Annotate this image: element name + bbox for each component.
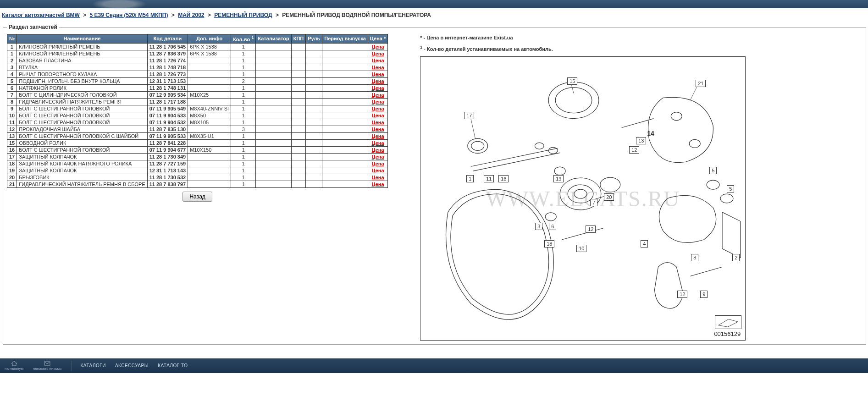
cell-period [322,139,368,146]
cell-code: 11 28 7 727 159 [147,160,188,167]
cell-cat [256,71,291,77]
breadcrumb-link-group[interactable]: РЕМЕННЫЙ ПРИВОД [214,12,272,18]
top-bar [0,0,868,8]
diagram-callout[interactable]: 1 [466,175,474,182]
price-link[interactable]: Цена [372,140,384,146]
price-link[interactable]: Цена [372,72,384,77]
cell-code: 11 28 7 838 797 [147,181,188,187]
price-link[interactable]: Цена [372,168,384,173]
table-row: 18ЗАЩИТНЫЙ КОЛПАЧОК НАТЯЖНОГО РОЛИКА11 2… [7,160,388,167]
breadcrumb-link-model[interactable]: 5 E39 Седан (520i M54 МКПП) [90,12,168,18]
cell-num: 20 [7,174,17,181]
cell-steer [306,57,322,64]
diagram-callout[interactable]: 9 [700,291,708,298]
price-link[interactable]: Цена [372,99,384,104]
diagram-callout[interactable]: 12 [677,291,687,298]
mail-icon [44,361,50,366]
cell-num: 21 [7,181,17,187]
watermark: WWW.ELCATS.RU [486,186,680,211]
diagram-callout[interactable]: 7 [590,199,597,206]
breadcrumb-sep: > [170,12,177,18]
diagram-callout[interactable]: 19 [553,175,564,182]
diagram-callout[interactable]: 12 [586,226,596,233]
footer-home-link[interactable]: на главную [5,361,24,371]
price-link[interactable]: Цена [372,182,384,187]
price-link[interactable]: Цена [372,133,384,139]
diagram-callout[interactable]: 20 [604,193,614,201]
price-link[interactable]: Цена [372,175,384,180]
price-link[interactable]: Цена [372,147,384,153]
cell-info [188,153,231,160]
diagram-callout[interactable]: 4 [641,240,648,248]
cell-period [322,105,368,112]
cell-num: 17 [7,153,17,160]
footer-menu-catalog-to[interactable]: КАТАЛОГ ТО [158,363,188,368]
cell-info: M8X105 [188,119,231,126]
cell-qty: 1 [231,105,256,112]
diagram-callout[interactable]: 16 [498,175,509,182]
price-link[interactable]: Цена [372,78,384,84]
breadcrumb-link-catalog[interactable]: Каталог автозапчастей BMW [2,12,80,18]
diagram-callout[interactable]: 5 [727,185,734,192]
cell-steer [306,160,322,167]
price-link[interactable]: Цена [372,161,384,166]
cell-steer [306,119,322,126]
diagram-callout[interactable]: 18 [544,240,554,248]
price-link[interactable]: Цена [372,85,384,91]
cell-num: 13 [7,132,17,139]
cell-gear [291,181,306,187]
diagram-callout[interactable]: 8 [691,254,698,261]
diagram-callout[interactable]: 17 [464,112,474,119]
cell-qty: 1 [231,57,256,64]
diagram-callout[interactable]: 2 [732,254,740,261]
diagram-callout[interactable]: 3 [535,223,542,230]
footer-menu-catalogs[interactable]: КАТАЛОГИ [81,363,106,368]
table-row: 8ГИДРАВЛИЧЕСКИЙ НАТЯЖИТЕЛЬ РЕМНЯ11 28 1 … [7,98,388,105]
cell-info [188,71,231,77]
cell-steer [306,84,322,91]
price-link[interactable]: Цена [372,126,384,132]
cell-code: 11 28 7 636 379 [147,50,188,57]
table-row: 2БАЗОВАЯ ПЛАСТИНА11 28 1 726 7741Цена [7,57,388,64]
cell-num: 19 [7,167,17,174]
price-link[interactable]: Цена [372,44,384,50]
cell-info: M8X50 [188,112,231,119]
parts-diagram[interactable]: WWW.ELCATS.RU 15172113121111619720553612… [420,56,746,341]
price-link[interactable]: Цена [372,106,384,111]
diagram-callout[interactable]: 5 [709,167,717,174]
diagram-callout[interactable]: 10 [576,245,586,252]
price-link[interactable]: Цена [372,58,384,63]
cell-num: 6 [7,84,17,91]
diagram-callout[interactable]: 11 [484,175,494,182]
price-link[interactable]: Цена [372,65,384,70]
cell-name: ПРОКЛАДОЧНАЯ ШАЙБА [17,126,147,132]
breadcrumb-link-date[interactable]: МАЙ 2002 [178,12,204,18]
breadcrumb: Каталог автозапчастей BMW > 5 E39 Седан … [0,8,868,22]
cell-period [322,167,368,174]
price-link[interactable]: Цена [372,113,384,118]
cell-gear [291,71,306,77]
cell-price: Цена [368,160,387,167]
cell-steer [306,146,322,153]
col-cat: Катализатор [256,34,291,44]
diagram-callout[interactable]: 21 [696,80,706,87]
table-row: 21ГИДРАВЛИЧЕСКИЙ НАТЯЖИТЕЛЬ РЕМНЯ В СБОР… [7,181,388,187]
cell-cat [256,139,291,146]
diagram-callout[interactable]: 6 [549,223,556,230]
back-button[interactable]: Назад [182,192,212,202]
diagram-callout[interactable]: 15 [567,77,577,85]
svg-line-4 [471,148,558,166]
footer-mail-link[interactable]: написать письмо [33,361,62,371]
price-link[interactable]: Цена [372,154,384,160]
price-link[interactable]: Цена [372,92,384,98]
price-link[interactable]: Цена [372,51,384,56]
diagram-callout[interactable]: 13 [636,137,646,144]
svg-point-16 [689,139,700,148]
diagram-callout[interactable]: 12 [629,146,639,154]
cell-price: Цена [368,167,387,174]
price-link[interactable]: Цена [372,120,384,125]
cell-info [188,77,231,84]
cell-cat [256,112,291,119]
footer-menu-accessories[interactable]: АКСЕССУАРЫ [115,363,149,368]
cell-qty: 3 [231,126,256,132]
